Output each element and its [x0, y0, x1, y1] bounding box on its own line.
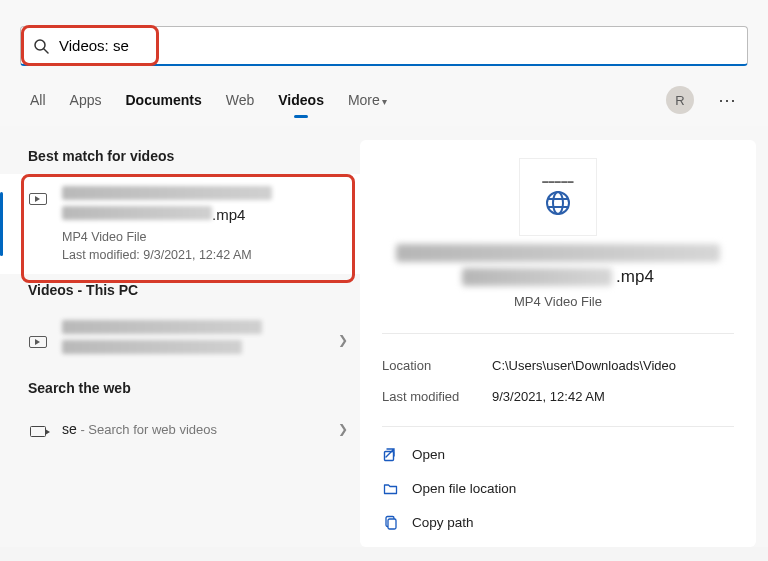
filter-tabs: All Apps Documents Web Videos More▾ R ⋯ — [0, 76, 768, 126]
preview-pane: ▬▬▬▬▬ .mp4 MP4 Video File Location C:\Us… — [360, 140, 756, 547]
search-icon — [33, 38, 49, 54]
open-icon — [382, 446, 398, 462]
action-open-label: Open — [412, 447, 445, 462]
preview-title-blurred — [396, 244, 720, 262]
preview-actions: Open Open file location Copy path — [382, 426, 734, 539]
action-open-location-label: Open file location — [412, 481, 516, 496]
best-match-header: Best match for videos — [0, 140, 360, 174]
folder-icon — [382, 480, 398, 496]
action-open-location[interactable]: Open file location — [382, 471, 734, 505]
copy-icon — [382, 514, 398, 530]
result-extension: .mp4 — [212, 206, 245, 223]
chevron-right-icon: ❯ — [338, 422, 348, 436]
result-title-blurred — [62, 186, 272, 200]
tab-more-label: More — [348, 92, 380, 108]
search-box[interactable] — [20, 26, 748, 66]
result-title-blurred-2 — [62, 206, 212, 220]
result2-title-blurred — [62, 320, 262, 334]
video-result-2[interactable]: ❯ — [0, 308, 360, 372]
action-copy-path[interactable]: Copy path — [382, 505, 734, 539]
content-area: Best match for videos .mp4 MP4 Video Fil… — [0, 126, 768, 547]
tab-more[interactable]: More▾ — [348, 92, 387, 108]
preview-file-type: MP4 Video File — [382, 294, 734, 309]
preview-thumbnail: ▬▬▬▬▬ — [519, 158, 597, 236]
svg-rect-8 — [388, 519, 396, 529]
chevron-right-icon: ❯ — [338, 333, 348, 347]
search-bar-container — [0, 0, 768, 76]
web-hint-text: - Search for web videos — [77, 422, 217, 437]
svg-line-1 — [44, 49, 48, 53]
web-video-icon — [28, 422, 48, 440]
selection-indicator — [0, 192, 3, 256]
result2-title-blurred-2 — [62, 340, 242, 354]
search-web-header: Search the web — [0, 372, 360, 406]
tab-apps[interactable]: Apps — [70, 92, 102, 108]
video-file-icon — [28, 190, 48, 208]
result-file-type: MP4 Video File — [62, 230, 348, 244]
svg-rect-6 — [384, 451, 393, 460]
meta-location-value: C:\Users\user\Downloads\Video — [492, 358, 734, 373]
meta-modified-value: 9/3/2021, 12:42 AM — [492, 389, 734, 404]
best-match-result[interactable]: .mp4 MP4 Video File Last modified: 9/3/2… — [0, 174, 360, 274]
chevron-down-icon: ▾ — [382, 96, 387, 107]
preview-meta: Location C:\Users\user\Downloads\Video L… — [382, 333, 734, 412]
search-input[interactable] — [59, 37, 735, 54]
tab-videos[interactable]: Videos — [278, 92, 324, 108]
user-avatar[interactable]: R — [666, 86, 694, 114]
preview-title: .mp4 — [382, 244, 734, 290]
web-query-text: se — [62, 421, 77, 437]
meta-location-label: Location — [382, 358, 492, 373]
videos-this-pc-header: Videos - This PC — [0, 274, 360, 308]
preview-title-blurred-2 — [462, 268, 612, 286]
svg-point-2 — [547, 192, 569, 214]
results-pane: Best match for videos .mp4 MP4 Video Fil… — [0, 126, 360, 547]
action-copy-path-label: Copy path — [412, 515, 474, 530]
meta-modified-label: Last modified — [382, 389, 492, 404]
tab-documents[interactable]: Documents — [125, 92, 201, 108]
result-modified: Last modified: 9/3/2021, 12:42 AM — [62, 248, 348, 262]
preview-extension: .mp4 — [616, 267, 654, 286]
tab-web[interactable]: Web — [226, 92, 255, 108]
search-web-item[interactable]: se - Search for web videos ❯ — [0, 406, 360, 452]
tab-all[interactable]: All — [30, 92, 46, 108]
svg-point-3 — [553, 192, 563, 214]
thumb-caption: ▬▬▬▬▬ — [542, 178, 574, 184]
overflow-menu-icon[interactable]: ⋯ — [718, 89, 738, 111]
action-open[interactable]: Open — [382, 437, 734, 471]
globe-icon — [545, 190, 571, 216]
video-file-icon — [28, 333, 48, 351]
